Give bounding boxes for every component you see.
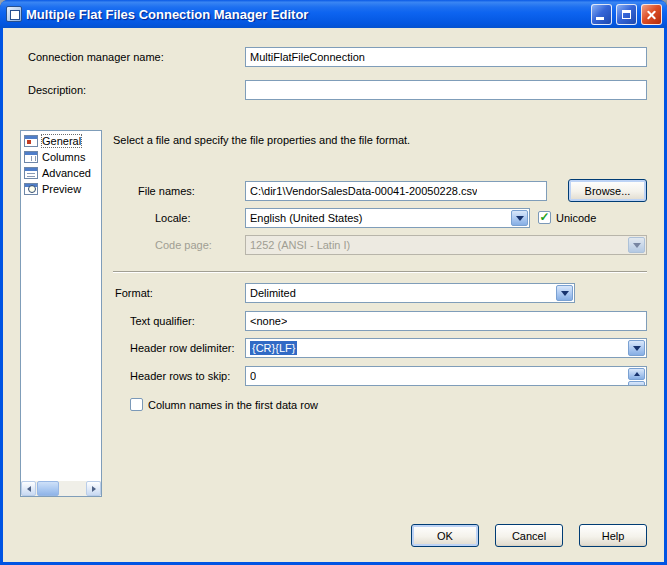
sidebar-item-preview[interactable]: Preview [22, 181, 100, 197]
scroll-right-button[interactable] [86, 481, 101, 496]
locale-label: Locale: [155, 212, 190, 224]
format-label: Format: [115, 287, 153, 299]
checkbox-icon[interactable]: ✓ [538, 211, 551, 224]
sidebar-horizontal-scrollbar[interactable] [21, 481, 101, 496]
spin-up-button[interactable] [628, 368, 645, 380]
code-page-value: 1252 (ANSI - Latin I) [250, 239, 350, 251]
unicode-checkbox-label: Unicode [556, 212, 596, 224]
header-rows-to-skip-value: 0 [250, 370, 256, 382]
chevron-down-icon[interactable] [511, 210, 528, 226]
maximize-button[interactable] [616, 4, 637, 25]
cancel-button[interactable]: Cancel [495, 524, 563, 547]
sidebar-item-advanced[interactable]: Advanced [22, 165, 100, 181]
browse-button[interactable]: Browse... [568, 179, 647, 202]
column-names-checkbox[interactable]: ✓ Column names in the first data row [130, 398, 318, 411]
text-qualifier-value: <none> [250, 315, 287, 327]
minimize-icon [596, 17, 604, 20]
sidebar-item-label: Columns [42, 151, 85, 163]
scroll-left-button[interactable] [21, 481, 36, 496]
connection-name-value: MultiFlatFileConnection [250, 51, 365, 63]
help-button[interactable]: Help [579, 524, 647, 547]
locale-select[interactable]: English (United States) [245, 208, 530, 228]
columns-page-icon [24, 151, 38, 163]
ok-button[interactable]: OK [411, 524, 479, 547]
text-qualifier-input[interactable]: <none> [245, 311, 647, 331]
general-page-icon [24, 135, 38, 147]
dialog-body: Connection manager name: MultiFlatFileCo… [3, 28, 664, 562]
dialog-window: Multiple Flat Files Connection Manager E… [0, 0, 667, 565]
minimize-button[interactable] [591, 4, 612, 25]
format-select[interactable]: Delimited [245, 283, 575, 303]
app-icon [6, 6, 22, 22]
header-rows-to-skip-label: Header rows to skip: [130, 370, 230, 382]
preview-page-icon [24, 183, 38, 195]
header-row-delimiter-select[interactable]: {CR}{LF} [245, 338, 647, 358]
column-names-checkbox-label: Column names in the first data row [148, 399, 318, 411]
close-icon [646, 9, 657, 20]
window-title: Multiple Flat Files Connection Manager E… [26, 7, 587, 22]
connection-name-label: Connection manager name: [28, 51, 164, 63]
sidebar-list: General Columns Advanced Preview [20, 130, 102, 497]
locale-value: English (United States) [250, 212, 363, 224]
header-rows-to-skip-stepper[interactable]: 0 [245, 366, 647, 386]
scrollbar-thumb[interactable] [37, 481, 59, 496]
header-row-delimiter-label: Header row delimiter: [130, 342, 235, 354]
file-names-label: File names: [138, 185, 195, 197]
sidebar-item-label: Advanced [42, 167, 91, 179]
chevron-down-icon[interactable] [556, 285, 573, 301]
arrow-left-icon [24, 486, 31, 492]
close-button[interactable] [641, 4, 662, 25]
unicode-checkbox[interactable]: ✓ Unicode [538, 211, 596, 224]
sidebar-item-label: General [42, 135, 81, 147]
checkbox-icon[interactable]: ✓ [130, 398, 143, 411]
file-names-value: C:\dir1\VendorSalesData-00041-20050228.c… [250, 185, 477, 197]
sidebar-item-general[interactable]: General [22, 133, 100, 149]
connection-name-input[interactable]: MultiFlatFileConnection [245, 47, 647, 67]
arrow-right-icon [92, 486, 99, 492]
arrow-down-icon [634, 385, 640, 386]
arrow-up-icon [634, 369, 640, 376]
page-instruction: Select a file and specify the file prope… [113, 134, 410, 146]
format-value: Delimited [250, 287, 296, 299]
chevron-down-icon[interactable] [628, 340, 645, 356]
titlebar[interactable]: Multiple Flat Files Connection Manager E… [0, 0, 667, 28]
sidebar-item-label: Preview [42, 183, 81, 195]
text-qualifier-label: Text qualifier: [130, 315, 195, 327]
spin-down-button[interactable] [628, 381, 645, 386]
header-row-delimiter-value: {CR}{LF} [250, 341, 297, 355]
sidebar-item-columns[interactable]: Columns [22, 149, 100, 165]
maximize-icon [622, 10, 631, 19]
section-divider [113, 271, 647, 272]
code-page-label: Code page: [155, 239, 212, 251]
stepper-buttons [628, 368, 645, 384]
code-page-select: 1252 (ANSI - Latin I) [245, 235, 647, 255]
advanced-page-icon [24, 167, 38, 179]
file-names-input[interactable]: C:\dir1\VendorSalesData-00041-20050228.c… [245, 181, 547, 201]
chevron-down-icon [628, 237, 645, 253]
description-label: Description: [28, 84, 86, 96]
description-input[interactable] [245, 80, 647, 100]
